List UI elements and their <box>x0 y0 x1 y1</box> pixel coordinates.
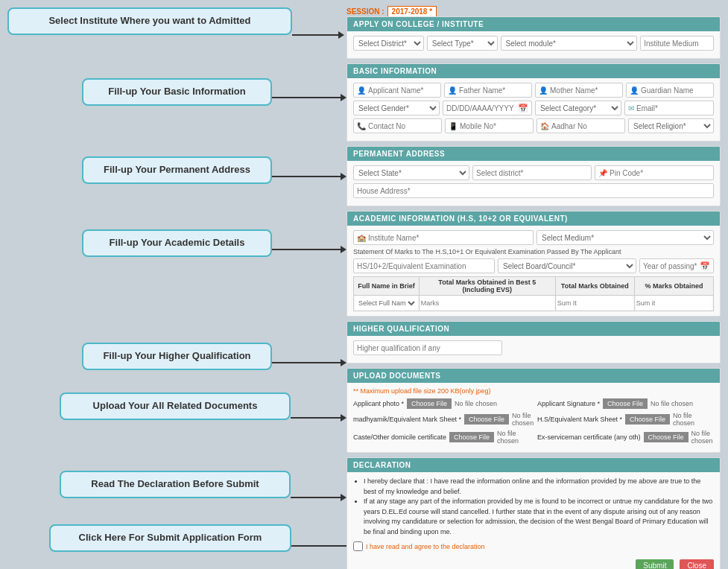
pin-input[interactable] <box>610 169 710 177</box>
mother-name-input[interactable] <box>550 86 619 95</box>
sum-input-1[interactable] <box>557 296 633 310</box>
basic-info-section: BASIC INFORMATION 👤 👤 👤 👤 <box>346 63 721 142</box>
exam-input[interactable] <box>353 258 495 273</box>
upload-section: UPLOAD DOCUMENTS ** Maximum upload file … <box>346 368 721 453</box>
email-input[interactable] <box>636 104 710 112</box>
permanent-address-label: Fill-up Your Permanent Address <box>82 156 272 184</box>
mobile-wrap: 📱 <box>445 118 534 133</box>
select-medium-academic[interactable]: Select Medium* <box>536 230 714 245</box>
session-label: SESSION : <box>346 7 384 16</box>
upload-row-3: Caste/Other domicile certificate Choose … <box>353 430 714 445</box>
right-panel: APPLY ON COLLEGE / INSTITUTE Select Dist… <box>346 16 721 569</box>
upload-note: ** Maximum upload file size 200 KB(only … <box>353 387 714 395</box>
madhyamik-upload-btn[interactable]: Choose File <box>464 414 509 425</box>
select-religion[interactable]: Select Religion* <box>628 118 714 133</box>
contact-wrap: 📞 <box>353 118 442 133</box>
father-name-input[interactable] <box>459 86 528 95</box>
submit-button[interactable]: Submit <box>636 559 674 569</box>
apply-section: APPLY ON COLLEGE / INSTITUTE Select Dist… <box>346 16 721 59</box>
upload-docs-label: Upload Your All Related Documents <box>60 392 291 420</box>
year-passing-input[interactable] <box>643 262 698 270</box>
arrow-basic-info <box>272 94 346 101</box>
marks-input-1[interactable] <box>421 296 554 310</box>
higher-qual-section: HIGHER QUALIFICATION <box>346 321 721 363</box>
house-address-input[interactable] <box>353 183 714 198</box>
user-icon: 👤 <box>357 86 366 95</box>
caste-label: Caste/Other domicile certificate <box>353 433 446 441</box>
dob-input[interactable] <box>446 104 516 112</box>
permanent-address-body: Select State* 📌 <box>347 161 720 206</box>
signature-upload-btn[interactable]: Choose File <box>603 398 648 409</box>
arrow-select-institute <box>292 31 344 39</box>
upload-item-ex: Ex-serviceman certificate (any oth) Choo… <box>537 430 714 445</box>
email-wrap: ✉ <box>624 101 714 115</box>
photo-label: Applicant photo * <box>353 400 404 407</box>
declaration-header: DECLARATION <box>347 458 720 472</box>
applicant-name-input[interactable] <box>368 86 437 95</box>
mobile-input[interactable] <box>460 122 530 130</box>
upload-row-2: madhyamik/Equivalent Mark Sheet * Choose… <box>353 412 714 427</box>
guardian-name-input[interactable] <box>641 86 710 95</box>
arrow-permanent-address <box>272 173 346 180</box>
higher-qual-body <box>347 336 720 363</box>
arrow-academic-details <box>272 246 346 253</box>
guardian-icon: 👤 <box>630 86 639 95</box>
calendar-icon: 📅 <box>518 104 528 113</box>
hs-upload-btn[interactable]: Choose File <box>625 414 670 425</box>
upload-item-photo: Applicant photo * Choose File No file ch… <box>353 398 530 409</box>
close-button[interactable]: Close <box>680 559 714 569</box>
select-stream[interactable]: Select Full Name* <box>355 296 417 310</box>
col-total-marks: Total Marks Obtained in Best 5 (Includin… <box>419 277 555 296</box>
upload-item-caste: Caste/Other domicile certificate Choose … <box>353 430 530 445</box>
dob-wrap: 📅 <box>443 101 532 115</box>
select-module[interactable]: Select module* <box>501 36 638 51</box>
select-type[interactable]: Select Type* <box>427 36 498 51</box>
caste-upload-btn[interactable]: Choose File <box>449 432 494 442</box>
signature-label: Applicant Signature * <box>537 400 600 407</box>
col-marks-obtained: % Marks Obtained <box>634 277 713 296</box>
higher-qual-label: Fill-up Your Higher Qualification <box>82 343 272 370</box>
upload-row-1: Applicant photo * Choose File No file ch… <box>353 398 714 409</box>
select-board[interactable]: Select Board/Council* <box>498 258 636 273</box>
session-value: 2017-2018 * <box>387 6 437 17</box>
upload-body: ** Maximum upload file size 200 KB(only … <box>347 383 720 452</box>
photo-upload-btn[interactable]: Choose File <box>407 398 452 409</box>
academic-row-1: 🏫 Select Medium* <box>353 230 714 245</box>
select-state[interactable]: Select State* <box>353 165 469 180</box>
academic-details-label: Fill-up Your Academic Details <box>82 229 272 257</box>
select-district-address[interactable] <box>472 165 592 180</box>
father-name-wrap: 👤 <box>444 83 532 98</box>
higher-qual-input[interactable] <box>353 340 502 355</box>
institute-medium-input[interactable] <box>640 36 714 51</box>
ex-upload-btn[interactable]: Choose File <box>644 432 689 442</box>
sum-input-2[interactable] <box>636 296 712 310</box>
mother-name-wrap: 👤 <box>535 83 623 98</box>
academic-section: ACADEMIC INFORMATION (H.S, 10+2 OR EQUIV… <box>346 211 721 317</box>
apply-header: APPLY ON COLLEGE / INSTITUTE <box>347 17 720 31</box>
select-district-apply[interactable]: Select District* <box>353 36 424 51</box>
arrow-upload <box>291 414 346 422</box>
caste-no-file: No file chosen <box>497 430 530 445</box>
applicant-name-wrap: 👤 <box>353 83 441 98</box>
photo-no-file: No file chosen <box>455 400 497 407</box>
statement-label: Statement Of Marks to The H.S,10+1 Or Eq… <box>353 248 714 255</box>
contact-input[interactable] <box>368 122 438 130</box>
col-total-marks-obt: Total Marks Obtained <box>555 277 634 296</box>
hs-label: H.S/Equivalent Mark Sheet * <box>537 416 622 423</box>
phone-icon: 📞 <box>357 122 366 130</box>
col-full-name: Full Name in Brief <box>354 277 420 296</box>
declaration-checkbox[interactable] <box>353 541 363 551</box>
select-institute-label: Select Institute Where you want to Admit… <box>7 7 292 35</box>
basic-row-2: Select Gender* 📅 Select Category* ✉ <box>353 101 714 115</box>
guardian-name-wrap: 👤 <box>626 83 714 98</box>
year-passing-wrap: 📅 <box>639 258 714 273</box>
aadhar-input[interactable] <box>551 122 621 130</box>
select-gender[interactable]: Select Gender* <box>353 101 440 115</box>
upload-item-hs: H.S/Equivalent Mark Sheet * Choose File … <box>537 412 714 427</box>
apply-body: Select District* Select Type* Select mod… <box>347 31 720 58</box>
session-bar: SESSION : 2017-2018 * <box>346 6 437 17</box>
select-category[interactable]: Select Category* <box>535 101 621 115</box>
marks-row: Select Full Name* <box>354 296 714 311</box>
institute-name-input[interactable] <box>368 234 530 242</box>
permanent-address-header: PERMANENT ADDRESS <box>347 147 720 161</box>
